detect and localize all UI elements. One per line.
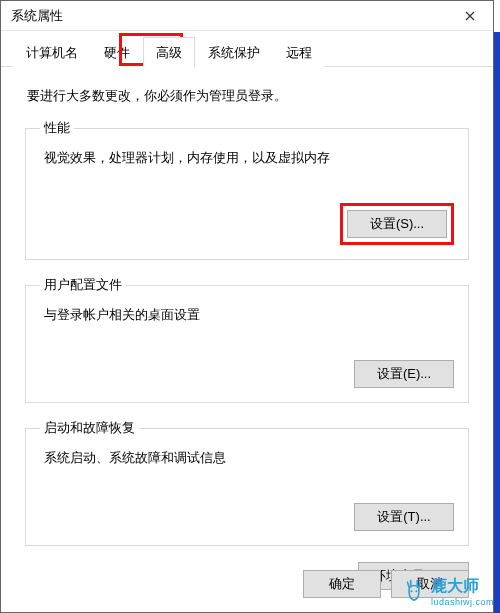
tab-advanced[interactable]: 高级 (143, 37, 195, 67)
group-user-profiles-legend: 用户配置文件 (40, 276, 126, 294)
group-startup-recovery: 启动和故障恢复 系统启动、系统故障和调试信息 设置(T)... (25, 419, 469, 546)
user-profiles-settings-button[interactable]: 设置(E)... (354, 360, 454, 388)
group-startup-recovery-legend: 启动和故障恢复 (40, 419, 139, 437)
titlebar: 系统属性 (1, 1, 493, 31)
group-performance: 性能 视觉效果，处理器计划，内存使用，以及虚拟内存 设置(S)... (25, 119, 469, 260)
tab-computer-name[interactable]: 计算机名 (13, 37, 91, 67)
dialog-footer: 确定 取消 (303, 570, 469, 598)
performance-settings-button[interactable]: 设置(S)... (347, 210, 447, 238)
window-title: 系统属性 (11, 7, 63, 25)
close-icon (465, 11, 475, 21)
tab-content: 要进行大多数更改，你必须作为管理员登录。 性能 视觉效果，处理器计划，内存使用，… (1, 67, 493, 590)
group-user-profiles-desc: 与登录帐户相关的桌面设置 (44, 306, 454, 324)
tab-system-protection[interactable]: 系统保护 (195, 37, 273, 67)
cancel-button[interactable]: 取消 (391, 570, 469, 598)
startup-recovery-settings-button[interactable]: 设置(T)... (354, 503, 454, 531)
system-properties-window: 系统属性 计算机名 硬件 高级 系统保护 远程 要进行大多数更改，你必须作为管理… (0, 0, 494, 613)
group-performance-desc: 视觉效果，处理器计划，内存使用，以及虚拟内存 (44, 149, 454, 167)
group-performance-legend: 性能 (40, 119, 74, 137)
tab-remote[interactable]: 远程 (273, 37, 325, 67)
close-button[interactable] (447, 1, 493, 31)
admin-hint: 要进行大多数更改，你必须作为管理员登录。 (27, 87, 469, 105)
group-user-profiles: 用户配置文件 与登录帐户相关的桌面设置 设置(E)... (25, 276, 469, 403)
tab-hardware[interactable]: 硬件 (91, 37, 143, 67)
right-edge-strip (494, 32, 500, 613)
group-startup-recovery-desc: 系统启动、系统故障和调试信息 (44, 449, 454, 467)
highlight-box-button: 设置(S)... (340, 203, 454, 245)
ok-button[interactable]: 确定 (303, 570, 381, 598)
tab-row: 计算机名 硬件 高级 系统保护 远程 (1, 31, 493, 67)
